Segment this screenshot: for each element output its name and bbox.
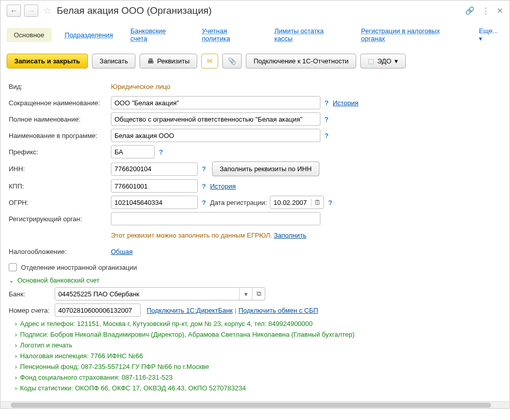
section-statistics-codes-label: Коды статистики: ОКОПФ 66, ОКФС 17, ОКВЭ… <box>20 384 246 392</box>
section-signatures[interactable]: ›Подписи: Бобров Николай Владимирович (Д… <box>15 331 501 338</box>
link-directbank[interactable]: Подключить 1С:ДиректБанк <box>147 307 233 314</box>
row-reg-authority: Регистрирующий орган: <box>9 212 501 225</box>
link-taxation[interactable]: Общая <box>111 248 133 255</box>
section-address-label: Адрес и телефон: 121151, Москва г, Кутуз… <box>20 320 312 328</box>
tab-main[interactable]: Основное <box>7 28 52 42</box>
egrul-note: Этот реквизит можно заполнить по данным … <box>111 231 272 239</box>
save-close-button[interactable]: Записать и закрыть <box>7 54 88 68</box>
row-foreign-branch: Отделение иностранной организации <box>9 263 501 271</box>
input-bank[interactable] <box>55 288 239 300</box>
fill-by-inn-button[interactable]: Заполнить реквизиты по ИНН <box>212 161 319 176</box>
label-account-number: Номер счета: <box>9 307 55 314</box>
tab-divisions[interactable]: Подразделения <box>61 28 118 42</box>
section-pension-fund-label: Пенсионный фонд: 087-235-557124 ГУ ПФР №… <box>20 363 209 370</box>
input-ogrn[interactable] <box>111 196 198 209</box>
row-egrul-note: Этот реквизит можно заполнить по данным … <box>9 228 501 242</box>
help-full-name[interactable]: ? <box>324 115 329 123</box>
input-inn[interactable] <box>111 162 198 176</box>
chevron-right-icon: › <box>15 331 17 338</box>
date-input-wrap: 🗓 <box>270 196 324 209</box>
favorite-star-icon[interactable]: ☆ <box>43 5 52 16</box>
input-prefix[interactable] <box>111 145 155 158</box>
link-icon[interactable]: 🔗 <box>465 6 475 15</box>
section-address[interactable]: ›Адрес и телефон: 121151, Москва г, Куту… <box>15 320 501 328</box>
section-logo-label: Логотип и печать <box>20 341 72 349</box>
input-program-name[interactable] <box>111 129 320 142</box>
value-type[interactable]: Юридическое лицо <box>111 83 170 90</box>
chevron-right-icon: › <box>15 320 17 328</box>
label-full-name: Полное наименование: <box>9 115 111 123</box>
save-button[interactable]: Записать <box>92 54 136 68</box>
row-program-name: Наименование в программе: ? <box>9 129 501 142</box>
title-actions: 🔗 ⋮ ✕ <box>465 6 503 15</box>
input-full-name[interactable] <box>111 112 320 126</box>
toolbar: Записать и закрыть Записать 🖶Реквизиты ✉… <box>1 49 509 74</box>
label-inn: ИНН: <box>9 165 111 173</box>
section-logo[interactable]: ›Логотип и печать <box>15 341 501 349</box>
chevron-down-icon: ⌄ <box>9 276 14 284</box>
print-icon: 🖶 <box>147 57 154 65</box>
edo-button[interactable]: ⬚ЭДО▾ <box>360 54 406 68</box>
input-short-name[interactable] <box>111 96 320 109</box>
help-prefix[interactable]: ? <box>159 148 163 156</box>
link-history-kpp[interactable]: История <box>210 182 236 190</box>
requisites-label: Реквизиты <box>157 57 190 65</box>
input-reg-authority[interactable] <box>111 212 320 225</box>
section-social-insurance[interactable]: ›Фонд социального страхования: 087-116-2… <box>15 374 501 381</box>
tab-bar: Основное Подразделения Банковские счета … <box>1 21 509 49</box>
bank-dropdown-icon[interactable]: ▾ <box>240 290 252 298</box>
label-foreign-branch: Отделение иностранной организации <box>21 264 137 271</box>
label-reg-date: Дата регистрации: <box>210 199 267 206</box>
requisites-button[interactable]: 🖶Реквизиты <box>140 54 197 68</box>
scrollbar-thumb[interactable] <box>11 403 491 408</box>
input-account-number[interactable] <box>55 304 141 317</box>
connect-1c-button[interactable]: Подключение к 1С-Отчетности <box>246 54 356 68</box>
chevron-right-icon: › <box>15 352 17 360</box>
foreign-branch-checkbox[interactable] <box>9 263 17 271</box>
help-short-name[interactable]: ? <box>324 99 329 107</box>
kebab-menu-icon[interactable]: ⋮ <box>482 6 490 15</box>
link-history-short-name[interactable]: История <box>333 99 358 107</box>
email-button[interactable]: ✉ <box>201 54 218 68</box>
forward-button[interactable]: → <box>24 5 38 17</box>
label-kpp: КПП: <box>9 182 111 190</box>
help-ogrn[interactable]: ? <box>202 199 206 206</box>
row-taxation: Налогообложение: Общая <box>9 245 501 258</box>
tab-cash-limits[interactable]: Лимиты остатка кассы <box>270 24 348 45</box>
tab-tax-registrations[interactable]: Регистрации в налоговых органах <box>357 24 470 45</box>
section-statistics-codes[interactable]: ›Коды статистики: ОКОПФ 66, ОКФС 17, ОКВ… <box>15 384 501 392</box>
input-reg-date[interactable] <box>270 197 311 208</box>
section-bank-account-label: Основной банковский счет <box>17 276 100 284</box>
tab-bank-accounts[interactable]: Банковские счета <box>126 24 189 45</box>
tab-accounting-policy[interactable]: Учетная политика <box>198 24 261 45</box>
paperclip-icon: 📎 <box>228 57 236 65</box>
tab-more[interactable]: Еще... ▾ <box>479 27 503 42</box>
link-sbp[interactable]: Подключить обмен с СБП <box>239 307 318 314</box>
row-type: Вид: Юридическое лицо <box>9 80 501 93</box>
chevron-right-icon: › <box>15 374 17 381</box>
help-program-name[interactable]: ? <box>324 132 329 139</box>
link-fill-egrul[interactable]: Заполнить <box>274 231 307 239</box>
label-type: Вид: <box>9 83 111 90</box>
chevron-down-icon: ▾ <box>395 57 398 65</box>
section-bank-account[interactable]: ⌄ Основной банковский счет <box>9 276 501 284</box>
chevron-right-icon: › <box>15 384 17 392</box>
help-kpp[interactable]: ? <box>202 182 206 190</box>
help-reg-date[interactable]: ? <box>328 199 332 206</box>
bank-open-icon[interactable]: ⧉ <box>252 290 265 298</box>
section-social-insurance-label: Фонд социального страхования: 087-116-23… <box>20 374 172 381</box>
back-button[interactable]: ← <box>7 5 21 17</box>
calendar-icon[interactable]: 🗓 <box>311 199 323 206</box>
row-account-number: Номер счета: Подключить 1С:ДиректБанк | … <box>9 304 501 317</box>
section-tax-inspection[interactable]: ›Налоговая инспекция: 7766 ИФНС №66 <box>15 352 501 360</box>
form: Вид: Юридическое лицо Сокращенное наимен… <box>1 74 509 401</box>
section-pension-fund[interactable]: ›Пенсионный фонд: 087-235-557124 ГУ ПФР … <box>15 363 501 370</box>
attach-button[interactable]: 📎 <box>222 54 242 68</box>
section-signatures-label: Подписи: Бобров Николай Владимирович (Ди… <box>20 331 355 338</box>
label-reg-authority: Регистрирующий орган: <box>9 215 111 223</box>
help-inn[interactable]: ? <box>202 165 206 173</box>
horizontal-scrollbar[interactable] <box>1 401 509 408</box>
input-kpp[interactable] <box>111 179 198 193</box>
close-icon[interactable]: ✕ <box>497 6 503 15</box>
label-short-name: Сокращенное наименование: <box>9 99 111 107</box>
